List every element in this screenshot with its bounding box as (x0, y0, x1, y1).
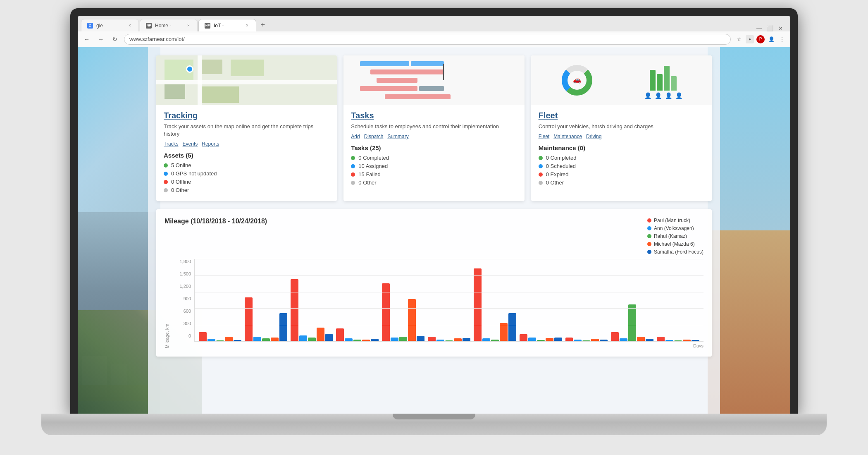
chart-canvas (194, 259, 703, 342)
tasks-stat-title: Tasks (25) (351, 144, 517, 151)
fleet-card: 🚗 (531, 55, 712, 201)
bar-group-8-bar-1 (574, 340, 582, 341)
legend-ann: Ann (Volkswagen) (647, 225, 703, 231)
tasks-link-add[interactable]: Add (351, 134, 360, 139)
gantt-row-5 (352, 94, 516, 99)
bookmark-icon[interactable]: ☆ (735, 35, 743, 43)
legend-label-michael: Michael (Mazda 6) (654, 241, 695, 247)
gantt-bar-1a (360, 61, 409, 66)
tasks-link-dispatch[interactable]: Dispatch (364, 134, 384, 139)
profile-icon[interactable]: 👤 (767, 35, 775, 43)
chart-body: Mileage, km 1,800 1,500 1,200 900 600 30… (165, 259, 703, 348)
legend-label-paul: Paul (Man truck) (654, 218, 690, 223)
maximize-button[interactable]: ⬜ (767, 25, 773, 31)
tasks-title[interactable]: Tasks (351, 111, 517, 120)
tracking-title[interactable]: Tracking (164, 111, 329, 120)
forward-button[interactable]: → (96, 34, 106, 44)
legend-dot-michael (647, 242, 651, 246)
menu-icon[interactable]: ⋮ (778, 35, 786, 43)
y-axis: 1,800 1,500 1,200 900 600 300 0 (174, 259, 191, 348)
minimize-button[interactable]: — (756, 25, 762, 31)
fleet-donut-svg: 🚗 (560, 64, 594, 97)
gantt-row-1 (352, 61, 516, 66)
tracking-stat-online: 5 Online (164, 162, 329, 168)
bar-group-3-bar-0 (336, 328, 344, 341)
extension-icon-2[interactable]: P (756, 35, 765, 43)
url-input[interactable]: www.szfarnear.com/iot/ (124, 34, 731, 45)
bar-group-7-bar-1 (528, 338, 536, 341)
tab-home[interactable]: NF Home - × (140, 19, 198, 31)
tracking-link-reports[interactable]: Reports (202, 141, 219, 147)
back-button[interactable]: ← (82, 34, 92, 44)
bar-group-4-bar-0 (382, 283, 390, 341)
fleet-donut-chart: 🚗 (560, 64, 594, 97)
bar-group-9 (611, 304, 653, 341)
tab-close-iot[interactable]: × (244, 23, 250, 29)
bar-group-8-bar-3 (591, 339, 599, 341)
tracking-link-events[interactable]: Events (183, 141, 198, 147)
bar-group-7-bar-3 (546, 338, 553, 341)
bar-group-3-bar-4 (371, 339, 379, 341)
tab-close-gle[interactable]: × (127, 23, 133, 29)
person-icon-1: 👤 (644, 92, 651, 99)
tab-iot[interactable]: NF IoT - × (198, 19, 256, 31)
tab-close-home[interactable]: × (186, 23, 191, 29)
bar-group-2-bar-3 (317, 328, 324, 341)
tab-bar: G gle × NF Home - × NF IoT - × + — ⬜ (78, 16, 790, 31)
fleet-link-maintenance[interactable]: Maintenance (553, 134, 582, 139)
legend-dot-ann (647, 226, 651, 230)
bar-group-5-bar-1 (436, 340, 444, 341)
tracking-label-online: 5 Online (171, 162, 191, 168)
browser-window: G gle × NF Home - × NF IoT - × + — ⬜ (78, 16, 790, 414)
cards-row: Tracking Track your assets on the map on… (156, 55, 712, 201)
tab-gle[interactable]: G gle × (81, 19, 139, 31)
map-block-3 (231, 60, 264, 76)
tracking-dot-gps (164, 172, 168, 176)
tracking-link-tracks[interactable]: Tracks (164, 141, 179, 147)
url-text: www.szfarnear.com/iot/ (129, 36, 185, 42)
tasks-label-failed: 15 Failed (358, 171, 380, 177)
close-button[interactable]: ✕ (778, 25, 783, 31)
tasks-link-summary[interactable]: Summary (387, 134, 408, 139)
chart-plot-area: Days (194, 259, 703, 348)
tracking-stat-other: 0 Other (164, 187, 329, 193)
extension-icon-1[interactable]: ● (746, 35, 754, 43)
person-icon-2: 👤 (655, 92, 662, 99)
gantt-bar-5a (385, 94, 451, 99)
gantt-row-4 (352, 86, 516, 91)
bar-group-1-bar-2 (262, 338, 270, 341)
bar-group-9-bar-3 (637, 337, 645, 341)
reload-button[interactable]: ↻ (110, 34, 120, 44)
chart-header: Mileage (10/18/2018 - 10/24/2018) Paul (… (165, 218, 703, 255)
tasks-card-image (343, 55, 524, 105)
fleet-mini-bars (650, 62, 677, 91)
y-tick-600: 600 (184, 309, 191, 314)
tracking-dot-offline (164, 180, 168, 184)
bg-right (708, 47, 790, 414)
fleet-bar-3 (664, 66, 670, 91)
y-tick-1800: 1,800 (179, 259, 191, 264)
bar-group-1-bar-1 (253, 337, 261, 341)
fleet-link-fleet[interactable]: Fleet (539, 134, 550, 139)
bar-group-0-bar-0 (199, 332, 207, 341)
y-tick-900: 900 (184, 296, 191, 301)
fleet-dot-scheduled (539, 164, 543, 168)
tab-favicon-iot: NF (205, 23, 210, 29)
bar-group-0-bar-1 (207, 339, 215, 341)
tab-label-iot: IoT - (214, 23, 224, 29)
bar-group-3-bar-1 (345, 338, 353, 341)
map-block-4 (165, 84, 185, 99)
tracking-label-offline: 0 Offline (171, 179, 191, 185)
bar-group-1 (245, 297, 287, 341)
y-tick-1500: 1,500 (179, 271, 191, 276)
fleet-stat-completed: 0 Completed (539, 155, 704, 161)
gantt-bar-4b (419, 86, 444, 91)
new-tab-button[interactable]: + (257, 19, 269, 31)
fleet-title[interactable]: Fleet (539, 111, 704, 120)
fleet-link-driving[interactable]: Driving (586, 134, 601, 139)
map-location-dot (186, 65, 193, 73)
fleet-bar-chart: 👤 👤 👤 👤 (644, 62, 682, 99)
legend-dot-rahul (647, 234, 651, 238)
legend-label-rahul: Rahul (Kamaz) (654, 233, 687, 239)
legend-label-ann: Ann (Volkswagen) (654, 225, 694, 231)
